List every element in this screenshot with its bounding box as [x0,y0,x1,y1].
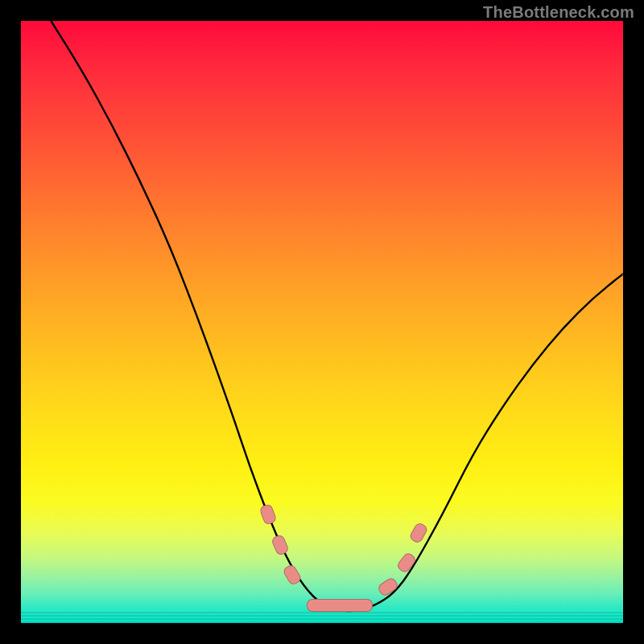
bottleneck-curve [51,21,623,611]
plot-area [21,21,623,623]
curve-marker [307,599,373,612]
chart-container: TheBottleneck.com [0,0,644,644]
watermark-text: TheBottleneck.com [483,3,634,22]
curve-svg [21,21,623,623]
